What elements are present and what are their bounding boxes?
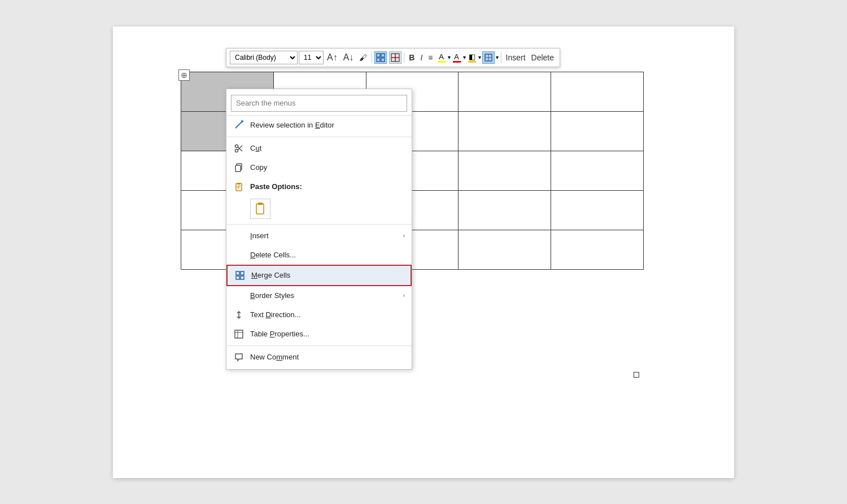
floating-toolbar: Calibri (Body) 11 A↑ A↓ 🖌 B I ≡ A [226, 48, 560, 67]
paste-icon [233, 181, 245, 192]
menu-divider-1 [226, 137, 412, 137]
svg-rect-1 [381, 54, 385, 57]
increase-font-button[interactable]: A↑ [325, 51, 340, 64]
table-properties-icon [233, 328, 245, 340]
font-size-select[interactable]: 11 [299, 51, 324, 64]
svg-rect-21 [237, 187, 239, 189]
svg-rect-2 [377, 58, 380, 62]
svg-rect-23 [258, 203, 263, 205]
paste-icon-btn-1[interactable] [250, 199, 270, 219]
review-label: Review selection in Editor [250, 121, 405, 129]
menu-item-cut[interactable]: Cut [226, 139, 412, 158]
delete-button[interactable]: Delete [529, 51, 556, 64]
merge-table-icon[interactable] [374, 51, 387, 64]
shading-dropdown[interactable]: ▾ [478, 54, 481, 60]
merge-cells-label: Merge Cells [251, 271, 404, 279]
copy-label: Copy [250, 163, 405, 172]
align-button[interactable]: ≡ [426, 51, 435, 64]
insert-label: Insert [250, 231, 403, 240]
menu-item-review[interactable]: Review selection in Editor [226, 116, 412, 135]
scissors-icon [233, 143, 245, 154]
menu-item-insert[interactable]: Insert › [226, 226, 412, 246]
menu-item-text-direction[interactable]: Text Direction... [226, 305, 412, 325]
text-direction-icon [233, 309, 245, 321]
menu-divider-3 [226, 345, 412, 346]
svg-rect-19 [237, 183, 241, 185]
svg-rect-22 [256, 204, 264, 214]
menu-item-merge-cells[interactable]: Merge Cells [226, 265, 412, 286]
svg-rect-3 [381, 58, 385, 62]
table-resize-handle[interactable] [634, 372, 639, 378]
svg-rect-25 [241, 271, 244, 275]
menu-divider-2 [226, 224, 412, 225]
text-direction-label: Text Direction... [250, 310, 405, 319]
merge-cells-icon [234, 270, 246, 281]
menu-item-new-comment[interactable]: New Comment [226, 348, 412, 367]
bold-button[interactable]: B [407, 51, 417, 64]
font-family-select[interactable]: Calibri (Body) [230, 51, 298, 64]
insert-button[interactable]: Insert [504, 51, 528, 64]
context-menu: Review selection in Editor Cut [226, 89, 412, 370]
copy-icon [233, 162, 245, 173]
borders-dropdown[interactable]: ▾ [496, 54, 499, 60]
highlight-color-button[interactable]: A [436, 52, 447, 63]
decrease-font-button[interactable]: A↓ [341, 51, 356, 64]
paste-options-label: Paste Options: [250, 182, 405, 191]
menu-item-paste-options: Paste Options: [226, 177, 412, 196]
insert-arrow: › [403, 233, 405, 239]
table-properties-label: Table Properties... [250, 330, 405, 338]
split-table-icon[interactable] [389, 51, 401, 64]
border-styles-icon [233, 290, 245, 301]
svg-point-12 [235, 149, 238, 152]
font-color-button[interactable]: A [452, 52, 462, 63]
border-styles-arrow: › [403, 292, 405, 299]
comment-icon [233, 352, 245, 363]
format-painter-button[interactable]: 🖌 [357, 51, 369, 64]
border-styles-label: Border Styles [250, 291, 403, 300]
shading-button[interactable]: ◧ [467, 52, 477, 63]
word-page: ⊕ Calibri (Body) 11 A↑ A↓ 🖌 B I [113, 27, 734, 478]
svg-rect-0 [377, 54, 380, 57]
delete-cells-icon [233, 249, 245, 261]
borders-icon[interactable] [482, 51, 495, 64]
paste-icon-area [226, 196, 412, 222]
menu-item-table-properties[interactable]: Table Properties... [226, 325, 412, 344]
font-color-dropdown[interactable]: ▾ [463, 54, 466, 60]
new-comment-label: New Comment [250, 353, 405, 361]
menu-search-input[interactable] [231, 95, 407, 112]
svg-rect-20 [237, 186, 241, 187]
svg-rect-24 [236, 271, 239, 275]
svg-rect-17 [235, 165, 241, 172]
document-area: ⊕ Calibri (Body) 11 A↑ A↓ 🖌 B I [0, 0, 847, 504]
menu-item-copy[interactable]: Copy [226, 158, 412, 177]
svg-rect-26 [236, 276, 239, 279]
svg-point-13 [235, 144, 238, 147]
menu-item-border-styles[interactable]: Border Styles › [226, 286, 412, 305]
delete-cells-label: Delete Cells... [250, 251, 405, 259]
cut-label: Cut [250, 144, 405, 152]
insert-icon [233, 230, 245, 242]
svg-rect-29 [235, 330, 243, 338]
search-box-wrapper [226, 91, 412, 116]
review-icon [233, 120, 245, 131]
svg-point-11 [241, 120, 243, 122]
italic-button[interactable]: I [418, 51, 425, 64]
highlight-dropdown[interactable]: ▾ [448, 54, 451, 60]
svg-rect-27 [241, 276, 244, 279]
table-move-handle[interactable]: ⊕ [178, 69, 190, 81]
menu-item-delete-cells[interactable]: Delete Cells... [226, 246, 412, 265]
